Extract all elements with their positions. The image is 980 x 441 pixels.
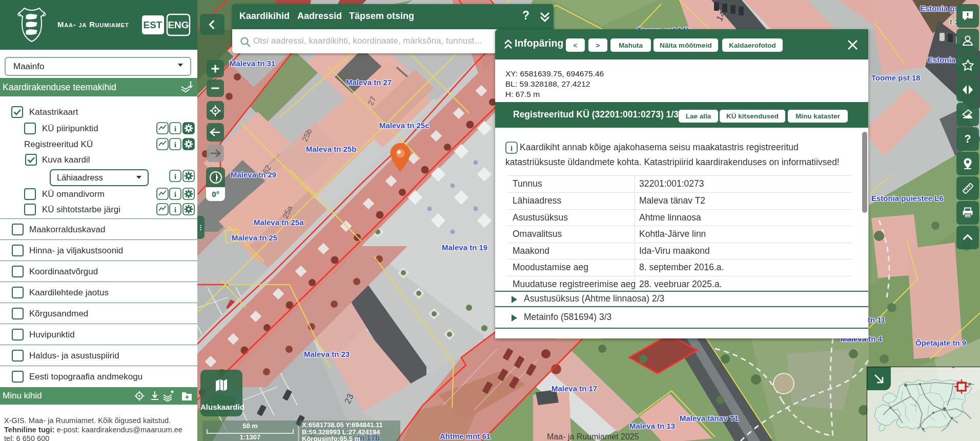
svg-text:ENG: ENG bbox=[168, 19, 189, 30]
svg-text:i: i bbox=[511, 144, 513, 152]
svg-text:Maa- ja Ruumiamet: Maa- ja Ruumiamet bbox=[57, 20, 129, 29]
svg-text:EST: EST bbox=[144, 19, 162, 30]
